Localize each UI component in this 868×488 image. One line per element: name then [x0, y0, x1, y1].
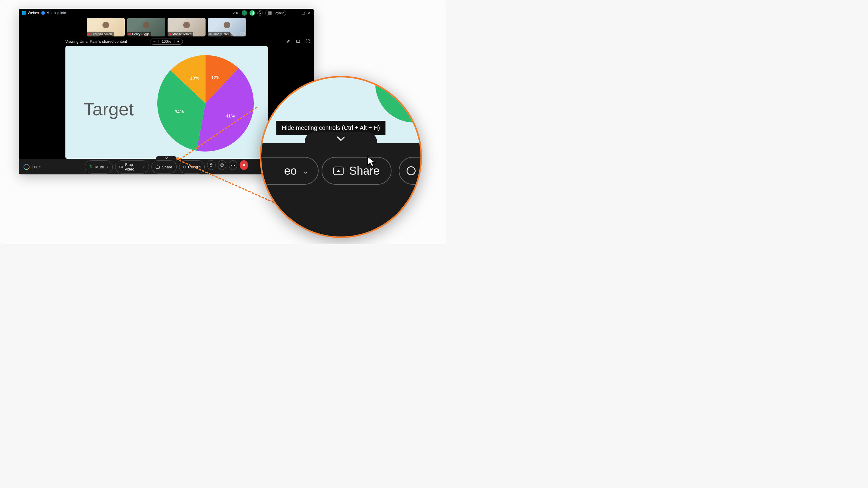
mic-icon: [209, 33, 212, 35]
muted-icon: [169, 33, 171, 35]
svg-point-5: [102, 22, 109, 28]
fullscreen-icon[interactable]: [306, 39, 310, 44]
svg-point-0: [259, 12, 261, 14]
callout-control-bar: eo ⌄ Share: [261, 143, 421, 236]
participant-tile[interactable]: Clarissa Smith: [87, 18, 125, 36]
muted-icon: [88, 33, 90, 35]
pie-slice-label: 41%: [226, 113, 235, 119]
zoom-callout: Hide meeting controls (Ctrl + Alt + H) e…: [260, 76, 422, 238]
svg-rect-4: [270, 13, 272, 15]
record-icon: [183, 166, 186, 168]
video-icon: [119, 165, 123, 169]
shared-content-area: Target 12%41%34%13%: [65, 46, 268, 159]
participant-tile[interactable]: Henry Riggs: [127, 18, 165, 36]
cursor-icon: [366, 156, 378, 168]
svg-rect-2: [270, 11, 272, 13]
zoom-control[interactable]: − 100% +: [150, 38, 183, 44]
minimize-button[interactable]: ─: [296, 11, 299, 15]
stop-video-button[interactable]: Stop video ▾: [115, 160, 149, 173]
app-name: Webex: [28, 11, 39, 15]
reactions-button[interactable]: [218, 160, 227, 170]
share-icon: [333, 167, 344, 175]
maximize-button[interactable]: ▢: [301, 11, 305, 15]
svg-point-6: [143, 22, 150, 28]
participant-name: Henry Riggs: [132, 32, 150, 36]
search-icon[interactable]: [257, 10, 263, 16]
svg-point-14: [221, 164, 222, 165]
record-icon: [407, 166, 415, 175]
svg-point-8: [224, 22, 230, 28]
layout-button[interactable]: Layout: [265, 10, 286, 16]
svg-rect-12: [156, 166, 159, 168]
stop-video-button-zoomed[interactable]: eo ⌄: [260, 157, 318, 185]
pie-slice-label: 34%: [175, 109, 184, 114]
participant-tile[interactable]: Marise Torres: [167, 18, 206, 36]
webex-assistant-icon[interactable]: [24, 164, 30, 170]
participant-name: Marise Torres: [173, 32, 191, 36]
app-brand: Webex: [22, 11, 39, 15]
slide-title: Target: [84, 99, 134, 120]
titlebar: Webex Meeting info 12:40 Layout: [19, 9, 314, 17]
svg-rect-10: [90, 165, 92, 167]
share-button[interactable]: Share: [151, 160, 177, 173]
svg-rect-3: [268, 13, 270, 15]
record-button-zoomed[interactable]: [399, 157, 422, 185]
zoom-out-button[interactable]: −: [153, 39, 156, 44]
viewing-label: Viewing Umar Patel's shared content: [65, 39, 127, 44]
muted-icon: [128, 33, 131, 35]
chevron-down-icon: ⌄: [302, 166, 309, 175]
chevron-down-icon: ▾: [39, 165, 41, 168]
participant-strip: Clarissa Smith Henry Riggs: [19, 17, 314, 38]
raise-hand-button[interactable]: [207, 160, 216, 170]
signal-icon[interactable]: [250, 10, 255, 16]
more-options-button[interactable]: ⋯: [229, 160, 237, 170]
zoom-in-button[interactable]: +: [177, 39, 179, 44]
pie-chart: 12%41%34%13%: [156, 54, 255, 153]
callout-origin-marker: [176, 157, 179, 160]
share-icon: [156, 165, 160, 169]
presenter-icon: [241, 32, 245, 36]
pie-slice-label: 13%: [190, 75, 199, 80]
svg-rect-1: [268, 11, 270, 13]
participant-name: Clarissa Smith: [92, 32, 112, 36]
microphone-icon: [89, 165, 93, 169]
meeting-info-button[interactable]: Meeting info: [41, 11, 66, 15]
svg-point-13: [221, 164, 224, 167]
chevron-down-icon[interactable]: ▾: [143, 165, 145, 169]
share-button-zoomed[interactable]: Share: [321, 157, 392, 185]
pie-fragment: [375, 76, 422, 123]
hide-controls-tab[interactable]: [156, 156, 177, 160]
clock: 12:40: [231, 11, 239, 15]
closed-captions-button[interactable]: cc ▾: [33, 165, 41, 169]
network-status-icon[interactable]: [242, 10, 247, 16]
chevron-down-icon[interactable]: ▾: [107, 165, 108, 169]
content-header: Viewing Umar Patel's shared content − 10…: [19, 38, 314, 46]
svg-rect-11: [120, 166, 122, 168]
zoom-level: 100%: [162, 39, 171, 44]
webex-logo-icon: [22, 11, 26, 15]
svg-point-7: [183, 22, 190, 28]
end-meeting-button[interactable]: [240, 160, 248, 170]
pie-slice-label: 12%: [211, 75, 220, 80]
participant-tile[interactable]: Umar Patel: [208, 18, 246, 36]
close-button[interactable]: ✕: [307, 11, 311, 15]
annotate-icon[interactable]: [286, 39, 290, 44]
participant-name: Umar Patel: [213, 32, 229, 36]
mute-button[interactable]: Mute ▾: [85, 160, 113, 173]
svg-point-15: [222, 164, 223, 165]
hide-controls-tab-zoomed[interactable]: [305, 132, 377, 145]
popout-icon[interactable]: [296, 39, 300, 44]
svg-rect-9: [297, 40, 300, 42]
